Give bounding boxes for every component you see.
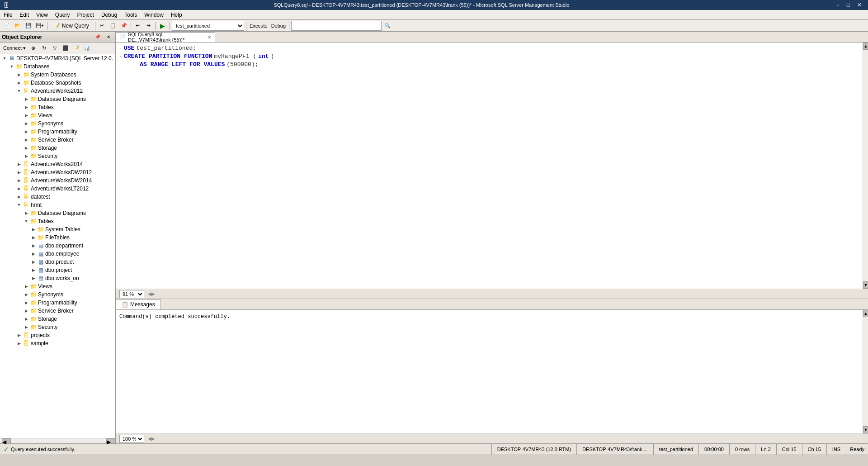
- database-select[interactable]: test_partitioned: [172, 21, 244, 31]
- databases-expand-icon[interactable]: ▼: [8, 63, 15, 70]
- awdw2014-expand-icon[interactable]: ▶: [15, 177, 23, 184]
- oe-pin-button[interactable]: 📌: [93, 32, 103, 42]
- menu-item-tools[interactable]: Tools: [121, 10, 141, 20]
- reports-button[interactable]: 📊: [82, 43, 92, 53]
- editor-scroll-up[interactable]: ▲: [863, 43, 868, 50]
- editor-vscrollbar[interactable]: ▲ ▼: [863, 43, 868, 289]
- menu-item-query[interactable]: Query: [52, 10, 74, 20]
- tree-hrmt-proj-node[interactable]: ▶ ▤ dbo.project: [0, 266, 115, 274]
- tree-aw2012-prog-node[interactable]: ▶ 📁 Programmability: [0, 128, 115, 136]
- tree-hrmt-synonyms-node[interactable]: ▶ 📁 Synonyms: [0, 290, 115, 299]
- hrmt-system-tables-expand-icon[interactable]: ▶: [30, 226, 37, 233]
- awdw2012-expand-icon[interactable]: ▶: [15, 169, 23, 176]
- tree-hrmt-dept-node[interactable]: ▶ ▤ dbo.department: [0, 242, 115, 250]
- tree-hrmt-diagrams-node[interactable]: ▶ 📁 Database Diagrams: [0, 209, 115, 217]
- hrmt-synonyms-expand-icon[interactable]: ▶: [23, 291, 30, 298]
- save-all-button[interactable]: 💾+: [34, 21, 45, 31]
- sql-query-tab[interactable]: 📄 SQLQuery8.sql - DE...V7MR43\frank (55)…: [116, 32, 215, 42]
- tree-hrmt-tables-node[interactable]: ▼ 📁 Tables: [0, 217, 115, 225]
- maximize-button[interactable]: □: [844, 0, 853, 10]
- tree-hrmt-filetables-node[interactable]: ▶ 📁 FileTables: [0, 233, 115, 242]
- tree-hrmt-security-node[interactable]: ▶ 📁 Security: [0, 323, 115, 331]
- menu-item-file[interactable]: File: [0, 10, 16, 20]
- tree-projects-node[interactable]: ▶ 🗄 projects: [0, 331, 115, 339]
- close-button[interactable]: ✕: [854, 0, 864, 10]
- tree-aw2012-security-node[interactable]: ▶ 📁 Security: [0, 152, 115, 160]
- tree-awdw2014-node[interactable]: ▶ 🗄 AdventureWorksDW2014: [0, 176, 115, 185]
- editor-scroll-down[interactable]: ▼: [863, 281, 868, 289]
- save-button[interactable]: 💾: [24, 21, 33, 31]
- results-scroll-up[interactable]: ▲: [863, 310, 868, 317]
- tree-databases-node[interactable]: ▼ 📁 Databases: [0, 62, 115, 71]
- editor-zoom-select[interactable]: 91 % 100 %: [119, 290, 144, 298]
- menu-item-edit[interactable]: Edit: [16, 10, 33, 20]
- aw2012-security-expand-icon[interactable]: ▶: [23, 152, 30, 160]
- hrmt-sb-expand-icon[interactable]: ▶: [23, 307, 30, 314]
- tab-close-button[interactable]: ✕: [208, 35, 211, 40]
- copy-button[interactable]: 📋: [108, 21, 118, 31]
- hrmt-tables-expand-icon[interactable]: ▼: [23, 218, 30, 225]
- datatest-expand-icon[interactable]: ▶: [15, 193, 23, 200]
- search-button[interactable]: 🔍: [382, 21, 392, 31]
- run-button[interactable]: ▶: [158, 21, 168, 31]
- tree-hrmt-prog-node[interactable]: ▶ 📁 Programmability: [0, 299, 115, 307]
- tree-aw2014-node[interactable]: ▶ 🗄 AdventureWorks2014: [0, 160, 115, 168]
- undo-button[interactable]: ↩: [133, 21, 143, 31]
- system-db-expand-icon[interactable]: ▶: [15, 71, 23, 78]
- oe-close-button[interactable]: ✕: [104, 32, 113, 42]
- connect-button[interactable]: Connect ▾: [2, 43, 27, 53]
- hrmt-prod-expand-icon[interactable]: ▶: [30, 258, 37, 266]
- search-input[interactable]: [291, 21, 382, 31]
- tree-sample-node[interactable]: ▶ 🗄 sample: [0, 339, 115, 347]
- collapse-marker-1[interactable]: −: [119, 46, 122, 52]
- tree-hrmt-works-node[interactable]: ▶ ▤ dbo.works_on: [0, 274, 115, 282]
- sample-expand-icon[interactable]: ▶: [15, 340, 23, 347]
- tree-snapshots-node[interactable]: ▶ 📁 Database Snapshots: [0, 79, 115, 87]
- tree-hrmt-sb-node[interactable]: ▶ 📁 Service Broker: [0, 307, 115, 315]
- hrmt-diagrams-expand-icon[interactable]: ▶: [23, 209, 30, 217]
- cut-button[interactable]: ✂: [97, 21, 107, 31]
- hrmt-security-expand-icon[interactable]: ▶: [23, 323, 30, 331]
- aw2014-expand-icon[interactable]: ▶: [15, 161, 23, 168]
- tree-server-node[interactable]: ▼ 🖥 DESKTOP-4V7MR43 (SQL Server 12.0. ▲: [0, 54, 115, 62]
- hrmt-proj-expand-icon[interactable]: ▶: [30, 266, 37, 274]
- aw2012-prog-expand-icon[interactable]: ▶: [23, 128, 30, 135]
- aw2012-sb-expand-icon[interactable]: ▶: [23, 136, 30, 143]
- results-zoom-select[interactable]: 100 %: [119, 435, 144, 443]
- oe-scroll-right[interactable]: ▶: [106, 438, 115, 444]
- new-query-oe-button[interactable]: 📝: [71, 43, 81, 53]
- oe-hscrollbar[interactable]: ◀ ▶: [0, 438, 115, 443]
- aw2012-expand-icon[interactable]: ▼: [15, 87, 23, 95]
- hrmt-views-expand-icon[interactable]: ▶: [23, 283, 30, 290]
- tree-system-db-node[interactable]: ▶ 📁 System Databases: [0, 71, 115, 79]
- tree-hrmt-system-tables-node[interactable]: ▶ 📁 System Tables: [0, 225, 115, 233]
- projects-expand-icon[interactable]: ▶: [15, 332, 23, 339]
- awlt2012-expand-icon[interactable]: ▶: [15, 185, 23, 192]
- sql-editor[interactable]: − USE test_partitioned; − CREATE PARTITI…: [116, 43, 863, 289]
- results-scroll-down[interactable]: ▼: [863, 426, 868, 433]
- messages-tab[interactable]: 📋 Messages: [116, 300, 161, 309]
- tree-aw2012-node[interactable]: ▼ 🗄 AdventureWorks2012: [0, 87, 115, 95]
- tree-hrmt-node[interactable]: ▼ 🗄 hrmt: [0, 201, 115, 209]
- tree-awlt2012-node[interactable]: ▶ 🗄 AdventureWorksLT2012: [0, 185, 115, 193]
- open-button[interactable]: 📂: [13, 21, 23, 31]
- tree-aw2012-synonyms-node[interactable]: ▶ 📁 Synonyms: [0, 119, 115, 128]
- aw2012-views-expand-icon[interactable]: ▶: [23, 112, 30, 119]
- menu-item-help[interactable]: Help: [167, 10, 186, 20]
- tree-aw2012-tables-node[interactable]: ▶ 📁 Tables: [0, 103, 115, 111]
- hrmt-filetables-expand-icon[interactable]: ▶: [30, 234, 37, 241]
- filter-button[interactable]: ▽: [50, 43, 60, 53]
- aw2012-storage-expand-icon[interactable]: ▶: [23, 144, 30, 152]
- tree-hrmt-views-node[interactable]: ▶ 📁 Views: [0, 282, 115, 290]
- menu-item-project[interactable]: Project: [74, 10, 98, 20]
- menu-item-view[interactable]: View: [33, 10, 52, 20]
- tree-datatest-node[interactable]: ▶ 🗄 datatest: [0, 193, 115, 201]
- tree-awdw2012-node[interactable]: ▶ 🗄 AdventureWorksDW2012: [0, 168, 115, 176]
- tree-aw2012-sb-node[interactable]: ▶ 📁 Service Broker: [0, 136, 115, 144]
- hrmt-emp-expand-icon[interactable]: ▶: [30, 250, 37, 257]
- aw2012-tables-expand-icon[interactable]: ▶: [23, 104, 30, 111]
- hrmt-works-expand-icon[interactable]: ▶: [30, 275, 37, 282]
- new-file-button[interactable]: 📄: [2, 21, 12, 31]
- refresh-button[interactable]: ↻: [39, 43, 49, 53]
- tree-hrmt-emp-node[interactable]: ▶ ▤ dbo.employee: [0, 250, 115, 258]
